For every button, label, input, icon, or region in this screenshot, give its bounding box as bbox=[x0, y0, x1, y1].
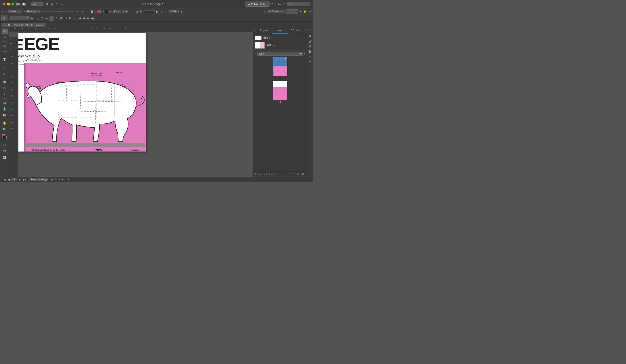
stroke-style-preview[interactable] bbox=[144, 10, 155, 13]
ps-expand2-icon[interactable]: ▶ bbox=[45, 16, 48, 20]
undo-icon[interactable]: ↺ bbox=[59, 16, 63, 20]
effects-icon[interactable]: fx bbox=[139, 10, 143, 13]
lock-ratio-icon[interactable]: 🔒 bbox=[90, 10, 94, 13]
pencil-tool[interactable]: ✏ bbox=[1, 71, 8, 77]
fill-color-swatch[interactable] bbox=[97, 10, 101, 13]
gap-tool[interactable]: ⟺ bbox=[1, 49, 8, 55]
next-btn[interactable]: ▶ bbox=[86, 16, 90, 20]
tab-pages[interactable]: Pages bbox=[272, 27, 288, 33]
page-preset-down-icon[interactable]: ▾ bbox=[304, 53, 305, 55]
fullscreen-button[interactable] bbox=[11, 3, 14, 5]
selection-cursor-icon[interactable]: ↖ bbox=[1, 10, 5, 13]
prev-btn[interactable]: ◀ bbox=[82, 16, 85, 20]
panel-drag-handle[interactable]: ≡ bbox=[253, 27, 256, 34]
scissors-tool[interactable]: ✂ bbox=[1, 92, 8, 97]
last-page-btn-status[interactable]: ▶| bbox=[22, 178, 26, 181]
page-tool[interactable]: □ bbox=[1, 43, 8, 48]
stroke-weight-field[interactable]: 1 pt bbox=[113, 10, 121, 13]
tab-close-icon[interactable]: ✕ bbox=[4, 24, 5, 26]
adobe-stock-search[interactable] bbox=[286, 2, 310, 6]
preview-mode-icon[interactable]: ◻ bbox=[1, 148, 8, 154]
zoom-select[interactable]: 50% bbox=[31, 2, 43, 6]
panel-expand-icon[interactable]: » bbox=[304, 27, 307, 33]
ri-image-icon[interactable]: 🖼 bbox=[308, 44, 312, 49]
stroke-expand-icon[interactable]: ▶ bbox=[156, 10, 159, 13]
br-icon[interactable]: Br bbox=[16, 3, 20, 5]
color-expand-icon[interactable]: ▾ bbox=[299, 10, 302, 13]
ri-a-icon[interactable]: A bbox=[308, 34, 312, 38]
align-objects-icon[interactable]: ⊟ bbox=[160, 10, 163, 13]
delete-spread-icon[interactable]: 🗑 bbox=[301, 172, 305, 176]
x-field[interactable]: 353 mm bbox=[8, 10, 22, 13]
view-grid-icon[interactable]: ⊞ bbox=[45, 2, 48, 6]
ps-expand-icon[interactable]: ▶ bbox=[31, 16, 34, 20]
direct-select-tool[interactable]: ↗ bbox=[1, 35, 8, 40]
color-swatches[interactable] bbox=[2, 134, 7, 140]
redo-icon[interactable]: ↻ bbox=[55, 16, 58, 20]
page-document[interactable]: EGE wo day by 'Art in the Sticks' a bbox=[24, 33, 146, 152]
h-field[interactable] bbox=[61, 11, 74, 12]
next-page-btn-status[interactable]: ▶ bbox=[18, 178, 22, 181]
stroke-color-swatch[interactable] bbox=[105, 10, 108, 13]
page-preset-drag[interactable]: ≡ bbox=[255, 53, 256, 55]
current-page-input[interactable]: 2 bbox=[11, 178, 17, 181]
rect-tool[interactable]: □ bbox=[1, 86, 8, 91]
ri-t-icon[interactable]: T bbox=[308, 60, 312, 65]
y-field[interactable]: 184 mm bbox=[26, 10, 40, 13]
move-icon[interactable]: ⤢ bbox=[73, 16, 76, 20]
minimize-button[interactable] bbox=[7, 3, 10, 5]
document-tab[interactable]: ✕ POSTER.indd @ 50% [GPU Preview] bbox=[1, 23, 46, 27]
tab-cc-libraries[interactable]: CC Librar bbox=[288, 27, 304, 33]
stroke-type-select[interactable] bbox=[122, 10, 128, 13]
normal-mode-icon[interactable]: □ bbox=[1, 142, 8, 148]
select-tool[interactable]: ↖ bbox=[1, 29, 8, 34]
eye-dropper-tool[interactable]: 💧 bbox=[1, 106, 8, 112]
duplicate-spread-icon[interactable]: ⎘ bbox=[297, 172, 299, 176]
page1-thumbnail-container[interactable]: A 1 bbox=[255, 57, 305, 79]
w-field[interactable] bbox=[46, 11, 58, 12]
free-transform-tool[interactable]: ⊡ bbox=[1, 100, 8, 105]
prev-page-btn-status[interactable]: ◀ bbox=[7, 178, 10, 181]
align-left-icon[interactable]: ≡ bbox=[131, 10, 134, 13]
rotate-dn-icon[interactable]: ▽ bbox=[41, 16, 44, 20]
pen-icon[interactable]: ✏ bbox=[60, 2, 64, 6]
tab-properties[interactable]: Propertie bbox=[256, 27, 272, 33]
rect-frame-tool[interactable]: ⊠ bbox=[1, 79, 8, 85]
swap-colors-icon[interactable]: ⇄ bbox=[101, 10, 105, 13]
type-tool[interactable]: T bbox=[1, 57, 8, 63]
transform-icon[interactable]: ⊡ bbox=[135, 10, 139, 13]
ri-color-icon[interactable]: 🎨 bbox=[308, 50, 312, 54]
flip-h-icon[interactable]: ⇔ bbox=[81, 10, 84, 13]
content-icon[interactable]: ⊡ bbox=[69, 16, 72, 20]
transform-coord-icon[interactable]: ⊕ bbox=[263, 10, 267, 13]
link-icon[interactable]: ⛓ bbox=[64, 16, 68, 20]
lightning-icon[interactable]: ⚡ bbox=[303, 10, 307, 13]
gradient-tool[interactable]: ◧ bbox=[1, 112, 8, 118]
paragraph-style-select[interactable] bbox=[10, 16, 30, 20]
layout-icon[interactable]: ⊟ bbox=[55, 2, 59, 6]
paragraph-icon[interactable]: P bbox=[49, 16, 54, 21]
pen-tool[interactable]: ✒ bbox=[1, 65, 8, 71]
prev-page-btn[interactable]: |◀ bbox=[77, 16, 81, 20]
rotate-cw-icon[interactable]: ↻ bbox=[76, 10, 80, 13]
rotate-up-icon[interactable]: △ bbox=[37, 16, 40, 20]
ri-paragraph-icon[interactable]: ¶ bbox=[308, 55, 312, 59]
style-grid-icon[interactable]: ⊞ bbox=[1, 15, 7, 21]
essentials-button[interactable]: Essentials ▾ bbox=[272, 3, 284, 5]
status-expand-icon[interactable]: ▾ bbox=[67, 178, 70, 181]
new-spread-icon[interactable]: ⊞ bbox=[291, 172, 295, 176]
first-page-btn[interactable]: |◀ bbox=[2, 178, 6, 181]
zoom-tool[interactable]: 🔍 bbox=[1, 126, 8, 132]
flip-v-icon[interactable]: ⇕ bbox=[85, 10, 89, 13]
page2-thumbnail-container[interactable]: A 2 bbox=[255, 81, 305, 103]
distribute-icon[interactable]: ≡ bbox=[164, 10, 167, 13]
publish-online-button[interactable]: ☁ Publish Online bbox=[245, 1, 270, 7]
frame-mode-icon[interactable]: ◪ bbox=[1, 154, 8, 160]
ri-expand-icon[interactable]: « bbox=[308, 29, 312, 33]
page-canvas[interactable]: EGE wo day by 'Art in the Sticks' a bbox=[18, 32, 253, 177]
view-mode-icon[interactable]: ▤ bbox=[50, 2, 54, 6]
zoom-percent-field[interactable]: 100% bbox=[169, 10, 179, 13]
zoom-expand-icon[interactable]: ▶ bbox=[180, 10, 184, 13]
page-preset-select[interactable]: A3 V bbox=[257, 52, 303, 56]
a-master-row[interactable]: A-Master bbox=[255, 42, 305, 49]
